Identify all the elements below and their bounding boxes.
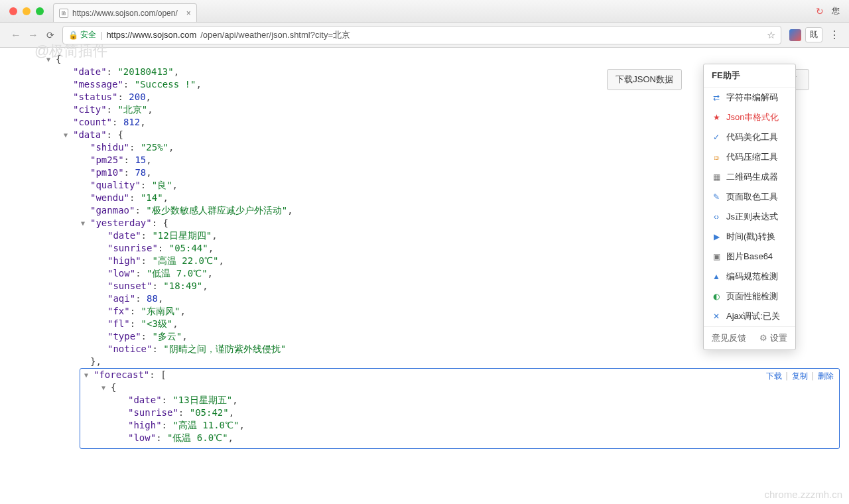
popup-item-label: 代码压缩工具 [726,151,778,163]
popup-item-icon: ✎ [712,192,721,202]
popup-item-icon: ⇄ [712,93,721,102]
close-window-button[interactable] [9,7,17,15]
forward-button[interactable]: → [28,29,38,41]
popup-settings-link[interactable]: 设置 [759,332,787,344]
popup-item[interactable]: ▲编码规范检测 [704,267,795,286]
popup-item-label: 页面性能检测 [726,290,778,302]
tab-title: https://www.sojson.com/open/ [72,9,178,18]
popup-item-label: Js正则表达式 [726,211,778,223]
watermark-right: chrome.zzzmh.cn [764,489,842,500]
popup-item-icon: ▲ [712,272,721,281]
collapse-toggle-icon[interactable]: ▼ [81,217,85,229]
popup-item-label: 页面取色工具 [726,191,778,203]
popup-title: FE助手 [704,64,795,88]
popup-item-label: Json串格式化 [726,111,779,123]
window-titlebar: 🗎 https://www.sojson.com/open/ × ↻ 您 [0,0,849,23]
collapse-toggle-icon[interactable]: ▼ [46,53,50,66]
popup-item[interactable]: ⇄字符串编解码 [704,88,795,107]
popup-item-label: 图片Base64 [726,251,773,263]
popup-feedback-link[interactable]: 意见反馈 [712,332,746,344]
popup-item-label: 二维码生成器 [726,171,778,183]
popup-item-icon: ▶ [712,232,721,241]
collapse-toggle-icon[interactable]: ▼ [84,369,88,381]
url-host: https://www.sojson.com [106,30,196,40]
selected-json-block: 下载|复制|删除 ▼"forecast": [ ▼{ "date": "13日星… [80,368,840,449]
popup-item[interactable]: ‹›Js正则表达式 [704,207,795,227]
collapse-toggle-icon[interactable]: ▼ [101,381,105,394]
popup-item-icon: ✕ [712,312,721,321]
popup-item-icon: ★ [712,113,721,122]
reload-button[interactable]: ⟳ [46,30,54,40]
back-button[interactable]: ← [11,29,21,41]
popup-item[interactable]: ◐页面性能检测 [704,286,795,306]
page-icon: 🗎 [59,9,68,18]
popup-item-icon: ▦ [712,172,721,182]
popup-item-label: 代码美化工具 [726,131,778,143]
bookmark-star-icon[interactable]: ☆ [767,29,775,41]
popup-item[interactable]: ▣图片Base64 [704,247,795,267]
popup-item[interactable]: ✕Ajax调试:已关 [704,306,795,326]
popup-item[interactable]: ▶时间(戳)转换 [704,227,795,247]
close-tab-icon[interactable]: × [186,9,191,18]
browser-menu-icon[interactable]: ⋮ [826,29,842,41]
popup-item-icon: ‹› [712,212,721,221]
popup-item-label: 编码规范检测 [726,271,778,283]
popup-item[interactable]: ⎄代码压缩工具 [704,147,795,167]
collapse-toggle-icon[interactable]: ▼ [64,129,68,141]
profile-label[interactable]: 您 [832,5,840,17]
popup-item[interactable]: ✎页面取色工具 [704,187,795,207]
maximize-window-button[interactable] [36,7,44,15]
traffic-lights [9,7,44,15]
popup-item[interactable]: ★Json串格式化 [704,107,795,127]
json-line: "high": "高温 11.0℃", [83,419,836,432]
popup-item-label: Ajax调试:已关 [726,310,780,322]
json-line: "date": "13日星期五", [83,394,836,407]
popup-item[interactable]: ▦二维码生成器 [704,167,795,187]
popup-item-icon: ✓ [712,133,721,142]
json-line: "sunrise": "05:42", [83,407,836,419]
browser-tab[interactable]: 🗎 https://www.sojson.com/open/ × [53,3,197,22]
address-bar[interactable]: 🔒 安全 | https://www.sojson.com/open/api/w… [62,26,781,44]
popup-item-icon: ▣ [712,252,721,261]
json-line: "low": "低温 6.0℃", [83,432,836,444]
popup-item-icon: ◐ [712,292,721,301]
fe-helper-extension-icon[interactable] [789,29,801,41]
popup-item-label: 字符串编解码 [726,92,778,103]
popup-item-icon: ⎄ [712,153,721,162]
secure-indicator: 🔒 安全 [68,29,96,40]
popup-item[interactable]: ✓代码美化工具 [704,127,795,147]
fe-helper-popup: FE助手 ⇄字符串编解码★Json串格式化✓代码美化工具⎄代码压缩工具▦二维码生… [703,64,796,350]
minimize-window-button[interactable] [23,7,31,15]
extension-more-button[interactable]: 既 [805,27,822,42]
url-path: /open/api/weather/json.shtml?city=北京 [200,29,350,41]
browser-toolbar: ← → ⟳ 🔒 安全 | https://www.sojson.com/open… [0,23,849,48]
sync-icon[interactable]: ↻ [816,6,824,17]
popup-item-label: 时间(戳)转换 [726,231,775,243]
